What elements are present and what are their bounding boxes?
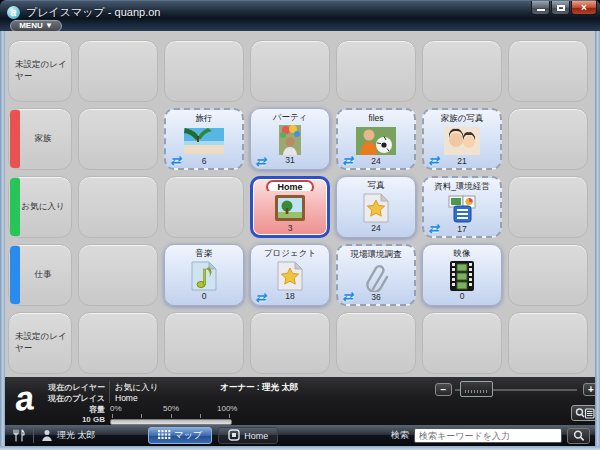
layer-cell[interactable]: お気に入り (8, 176, 72, 238)
tab-label: マップ (175, 429, 203, 442)
empty-grid-cell (164, 312, 244, 374)
zoom-slider-thumb[interactable] (460, 381, 493, 397)
place-name: パーティ (251, 112, 329, 123)
empty-grid-cell (250, 40, 330, 102)
place-item[interactable]: 家族の写真21⇄ (422, 108, 502, 170)
current-place-value: Home (115, 393, 138, 403)
empty-grid-cell (508, 312, 588, 374)
title-bar: a プレイスマップ - quanp.on × MENU ▼ (0, 0, 600, 31)
place-item[interactable]: パーティ31⇄ (250, 108, 330, 170)
task-bar: 理光 太郎 マップHome 検索 (5, 425, 595, 446)
empty-grid-cell (508, 244, 588, 306)
maximize-icon (557, 5, 565, 11)
layer-cell[interactable]: 未設定のレイヤー (8, 312, 72, 374)
place-item[interactable]: 音楽0 (164, 244, 244, 306)
search-input[interactable] (414, 428, 562, 443)
current-layer-label: 現在のレイヤー (41, 382, 105, 393)
place-home-icon (228, 429, 240, 443)
quanp-logo: a (13, 378, 36, 419)
empty-grid-cell (78, 40, 158, 102)
gauge-tick-50: 50% (163, 404, 179, 413)
music-note-icon (165, 260, 243, 291)
place-name: プロジェクト (251, 248, 329, 259)
magnifier-list-icon (575, 408, 595, 419)
search-label: 検索 (391, 429, 409, 442)
photo-party-icon (251, 124, 329, 155)
view-tabs: マップHome (148, 427, 279, 444)
map-grid-icon (158, 430, 171, 442)
empty-grid-cell (422, 312, 502, 374)
place-count: 24 (337, 223, 415, 233)
window-edge-bottom (0, 446, 600, 450)
place-item[interactable]: 映像0 (422, 244, 502, 306)
film-strip-icon (423, 260, 501, 291)
minimize-button[interactable] (531, 1, 550, 15)
zoom-out-button[interactable]: − (435, 383, 452, 396)
layer-label: 未設定のレイヤー (9, 313, 71, 373)
place-item[interactable]: 写真24 (336, 176, 416, 238)
picture-frame-icon (253, 192, 327, 223)
sync-icon: ⇄ (428, 154, 439, 167)
status-separator (109, 381, 110, 403)
sync-icon: ⇄ (170, 154, 181, 167)
photo-beach-icon (166, 125, 242, 156)
person-icon (41, 429, 53, 442)
empty-grid-cell (250, 312, 330, 374)
maximize-button[interactable] (551, 1, 570, 15)
star-document-icon (337, 192, 415, 223)
gauge-tick-0: 0% (110, 404, 122, 413)
window-edge-right (595, 31, 600, 446)
sync-icon: ⇄ (342, 154, 353, 167)
layer-label: 仕事 (9, 245, 71, 305)
search-button[interactable] (567, 428, 590, 444)
empty-grid-cell (78, 244, 158, 306)
place-name: 旅行 (166, 113, 242, 124)
layer-cell[interactable]: 未設定のレイヤー (8, 40, 72, 102)
search-group: 検索 (391, 428, 590, 444)
capacity-label: 容量 (41, 404, 105, 415)
app-window: a プレイスマップ - quanp.on × MENU ▼ 未設定のレイヤー家族… (0, 0, 600, 450)
place-map: 未設定のレイヤー家族お気に入り仕事未設定のレイヤー旅行6⇄パーティ31⇄file… (5, 31, 595, 377)
tab-map[interactable]: マップ (148, 427, 213, 444)
layer-cell[interactable]: 仕事 (8, 244, 72, 306)
place-item[interactable]: 資料_環境経営17⇄ (422, 176, 502, 238)
place-item[interactable]: 現場環境調査36⇄ (336, 244, 416, 306)
window-edge-left (0, 31, 5, 446)
magnifier-icon (573, 430, 585, 442)
place-name: 音楽 (165, 248, 243, 259)
empty-grid-cell (78, 312, 158, 374)
place-name: 写真 (337, 180, 415, 191)
paperclip-icon (338, 261, 414, 292)
user-name: 理光 太郎 (57, 429, 96, 442)
sync-icon: ⇄ (428, 222, 439, 235)
place-name: Home (266, 180, 313, 191)
layer-cell[interactable]: 家族 (8, 108, 72, 170)
place-count: 0 (423, 291, 501, 301)
empty-grid-cell (508, 176, 588, 238)
empty-grid-cell (164, 176, 244, 238)
tab-home[interactable]: Home (218, 427, 278, 444)
place-name: files (338, 113, 414, 124)
layer-label: お気に入り (9, 177, 71, 237)
place-item[interactable]: 旅行6⇄ (164, 108, 244, 170)
layer-label: 家族 (9, 109, 71, 169)
place-item[interactable]: Home3 (250, 176, 330, 238)
quanp-app-icon: a (7, 6, 20, 19)
empty-grid-cell (78, 176, 158, 238)
place-name: 家族の写真 (424, 113, 500, 124)
current-place-label: 現在のプレイス (41, 393, 105, 404)
search-detail-button[interactable] (571, 405, 598, 421)
place-item[interactable]: プロジェクト18⇄ (250, 244, 330, 306)
empty-grid-cell (164, 40, 244, 102)
star-document-icon (251, 260, 329, 291)
close-button[interactable]: × (571, 1, 597, 15)
window-title: プレイスマップ - quanp.on (26, 5, 160, 20)
capacity-value: 10 GB (41, 415, 105, 424)
place-count: 0 (165, 291, 243, 301)
place-item[interactable]: files24⇄ (336, 108, 416, 170)
tab-label: Home (244, 431, 268, 441)
minimize-icon (537, 9, 545, 11)
utensils-icon[interactable] (12, 429, 26, 442)
sync-icon: ⇄ (255, 291, 266, 304)
user-account[interactable]: 理光 太郎 (41, 429, 96, 442)
